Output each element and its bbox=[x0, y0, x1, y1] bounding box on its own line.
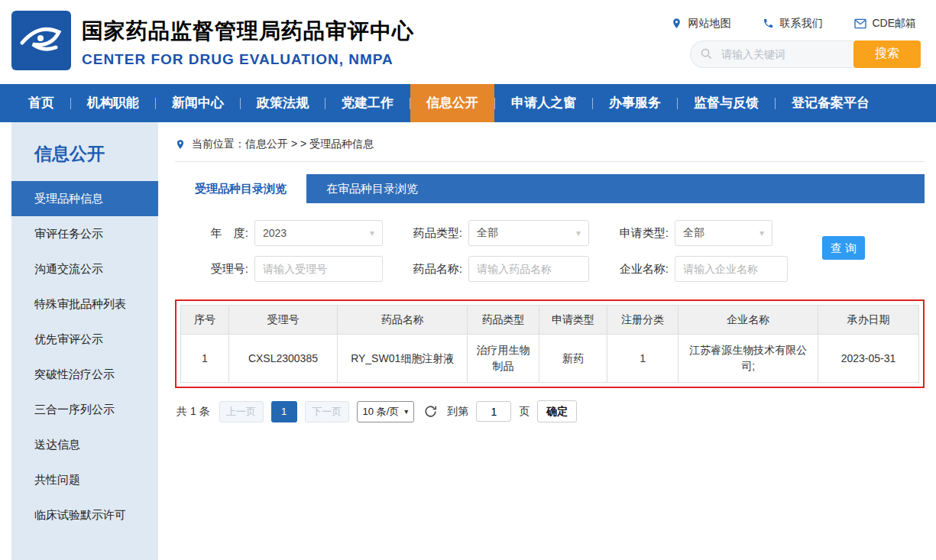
brand: 国家药品监督管理局药品审评中心 CENTER FOR DRUG EVALUATI… bbox=[11, 11, 414, 73]
mail-icon bbox=[854, 18, 866, 29]
filter-panel: 年 度: 2023 ▾ 药品类型: 全部 ▾ 申请类型: 全部 ▾ 受理号: bbox=[175, 203, 925, 296]
cde-logo[interactable] bbox=[11, 11, 71, 73]
cell-seq: 1 bbox=[181, 335, 229, 383]
drug-type-label: 药品类型: bbox=[404, 226, 462, 241]
current-page-button[interactable]: 1 bbox=[271, 401, 297, 422]
chevron-down-icon: ▾ bbox=[759, 228, 764, 238]
results-table: 序号 受理号 药品名称 药品类型 申请类型 注册分类 企业名称 承办日期 1 C… bbox=[180, 305, 919, 383]
apply-type-select-value: 全部 bbox=[683, 226, 704, 240]
nav-item-applicant-window[interactable]: 申请人之窗 bbox=[495, 84, 592, 122]
prev-page-button[interactable]: 上一页 bbox=[219, 401, 264, 422]
search-button[interactable]: 搜索 bbox=[853, 40, 921, 68]
nav-item-registration-platform[interactable]: 登记备案平台 bbox=[776, 84, 886, 122]
table-row[interactable]: 1 CXSL2300385 RY_SW01细胞注射液 治疗用生物制品 新药 1 … bbox=[181, 335, 919, 383]
header-right: 网站地图 联系我们 CDE邮箱 搜索 bbox=[671, 17, 921, 68]
apply-type-select[interactable]: 全部 ▾ bbox=[675, 220, 772, 246]
sidebar-item-breakthrough-therapy[interactable]: 突破性治疗公示 bbox=[11, 357, 158, 392]
cell-company: 江苏睿源生物技术有限公司; bbox=[679, 335, 818, 383]
query-button[interactable]: 查 询 bbox=[822, 236, 865, 260]
sidebar-item-special-approval[interactable]: 特殊审批品种列表 bbox=[11, 286, 158, 322]
cell-drug-name: RY_SW01细胞注射液 bbox=[337, 335, 467, 383]
year-select[interactable]: 2023 ▾ bbox=[254, 220, 383, 246]
link-mailbox-label: CDE邮箱 bbox=[872, 17, 916, 31]
cell-apply-type: 新药 bbox=[539, 335, 607, 383]
refresh-button[interactable] bbox=[423, 404, 438, 419]
link-contact-label: 联系我们 bbox=[779, 17, 822, 31]
drug-type-select-value: 全部 bbox=[477, 226, 498, 240]
goto-page-input[interactable] bbox=[476, 401, 511, 422]
tab-under-review-catalog[interactable]: 在审品种目录浏览 bbox=[306, 174, 438, 203]
cde-logo-icon bbox=[11, 11, 71, 70]
main-nav: 首页 机构职能 新闻中心 政策法规 党建工作 信息公开 申请人之窗 办事服务 监… bbox=[0, 84, 936, 122]
sidebar-item-common-issues[interactable]: 共性问题 bbox=[11, 462, 158, 497]
breadcrumb: 当前位置：信息公开 > > 受理品种信息 bbox=[175, 138, 925, 162]
column-header-date: 承办日期 bbox=[818, 306, 919, 335]
search-field-wrap bbox=[690, 40, 853, 68]
tab-accepted-catalog[interactable]: 受理品种目录浏览 bbox=[175, 174, 306, 203]
main-content: 当前位置：信息公开 > > 受理品种信息 受理品种目录浏览 在审品种目录浏览 年… bbox=[158, 122, 925, 560]
nav-item-info-disclosure[interactable]: 信息公开 bbox=[410, 84, 494, 122]
accept-no-input[interactable] bbox=[254, 256, 383, 282]
sidebar-item-priority-review[interactable]: 优先审评公示 bbox=[11, 322, 158, 357]
link-contact[interactable]: 联系我们 bbox=[763, 17, 822, 31]
column-header-seq: 序号 bbox=[181, 306, 229, 335]
drug-name-label: 药品名称: bbox=[404, 262, 462, 277]
chevron-down-icon: ▾ bbox=[404, 407, 408, 416]
sidebar-item-delivery-info[interactable]: 送达信息 bbox=[11, 427, 158, 462]
drug-type-select[interactable]: 全部 ▾ bbox=[468, 220, 589, 246]
sidebar: 信息公开 受理品种信息 审评任务公示 沟通交流公示 特殊审批品种列表 优先审评公… bbox=[11, 122, 158, 560]
search-icon bbox=[700, 47, 713, 63]
total-count: 共 1 条 bbox=[177, 405, 210, 419]
nav-item-home[interactable]: 首页 bbox=[12, 84, 70, 122]
search-bar: 搜索 bbox=[690, 40, 921, 68]
column-header-accept-no: 受理号 bbox=[228, 306, 337, 335]
cell-drug-type: 治疗用生物制品 bbox=[468, 335, 539, 383]
next-page-button[interactable]: 下一页 bbox=[305, 401, 349, 422]
column-header-drug-type: 药品类型 bbox=[468, 306, 539, 335]
nav-item-policy[interactable]: 政策法规 bbox=[241, 84, 325, 122]
goto-label: 到第 bbox=[447, 405, 468, 419]
drug-name-input[interactable] bbox=[468, 256, 589, 282]
nav-item-services[interactable]: 办事服务 bbox=[593, 84, 677, 122]
sidebar-item-review-tasks[interactable]: 审评任务公示 bbox=[11, 216, 158, 251]
column-header-company: 企业名称 bbox=[679, 306, 818, 335]
sidebar-menu: 受理品种信息 审评任务公示 沟通交流公示 特殊审批品种列表 优先审评公示 突破性… bbox=[11, 181, 158, 532]
apply-type-label: 申请类型: bbox=[611, 226, 669, 241]
page-body: 信息公开 受理品种信息 审评任务公示 沟通交流公示 特殊审批品种列表 优先审评公… bbox=[0, 122, 936, 560]
table-header-row: 序号 受理号 药品名称 药品类型 申请类型 注册分类 企业名称 承办日期 bbox=[181, 306, 919, 335]
phone-icon bbox=[763, 18, 774, 29]
chevron-down-icon: ▾ bbox=[370, 228, 374, 238]
search-input[interactable] bbox=[690, 40, 853, 68]
nav-item-functions[interactable]: 机构职能 bbox=[71, 84, 155, 122]
link-mailbox[interactable]: CDE邮箱 bbox=[854, 17, 916, 31]
content-tabs: 受理品种目录浏览 在审品种目录浏览 bbox=[175, 174, 925, 203]
column-header-apply-type: 申请类型 bbox=[539, 306, 607, 335]
chevron-down-icon: ▾ bbox=[576, 228, 581, 238]
pagination: 共 1 条 上一页 1 下一页 10 条/页 ▾ 到第 页 确定 bbox=[177, 400, 925, 422]
sidebar-item-communication[interactable]: 沟通交流公示 bbox=[11, 251, 158, 286]
cell-date: 2023-05-31 bbox=[818, 335, 919, 383]
nav-item-news[interactable]: 新闻中心 bbox=[156, 84, 240, 122]
page-size-select[interactable]: 10 条/页 ▾ bbox=[357, 401, 415, 422]
year-select-value: 2023 bbox=[263, 227, 287, 239]
company-name-input[interactable] bbox=[675, 256, 788, 282]
sidebar-item-accepted-varieties[interactable]: 受理品种信息 bbox=[11, 181, 158, 216]
link-sitemap-label: 网站地图 bbox=[688, 17, 730, 31]
cell-accept-no: CXSL2300385 bbox=[228, 335, 337, 383]
map-pin-icon bbox=[671, 18, 682, 29]
link-sitemap[interactable]: 网站地图 bbox=[671, 17, 730, 31]
accept-no-label: 受理号: bbox=[190, 262, 248, 277]
sidebar-item-three-in-one[interactable]: 三合一序列公示 bbox=[11, 392, 158, 427]
column-header-drug-name: 药品名称 bbox=[337, 306, 467, 335]
page-size-value: 10 条/页 bbox=[363, 405, 400, 419]
site-subtitle: CENTER FOR DRUG EVALUATION, NMPA bbox=[82, 51, 414, 68]
nav-item-supervision-feedback[interactable]: 监督与反馈 bbox=[678, 84, 775, 122]
sidebar-item-clinical-trial-license[interactable]: 临床试验默示许可 bbox=[11, 497, 158, 532]
filter-row-2: 受理号: 药品名称: 企业名称: bbox=[190, 256, 925, 282]
nav-item-party-building[interactable]: 党建工作 bbox=[325, 84, 410, 122]
site-header: 国家药品监督管理局药品审评中心 CENTER FOR DRUG EVALUATI… bbox=[0, 0, 936, 84]
site-title: 国家药品监督管理局药品审评中心 bbox=[82, 17, 414, 46]
confirm-button[interactable]: 确定 bbox=[537, 400, 577, 422]
year-label: 年 度: bbox=[190, 226, 248, 241]
refresh-icon bbox=[423, 404, 438, 419]
